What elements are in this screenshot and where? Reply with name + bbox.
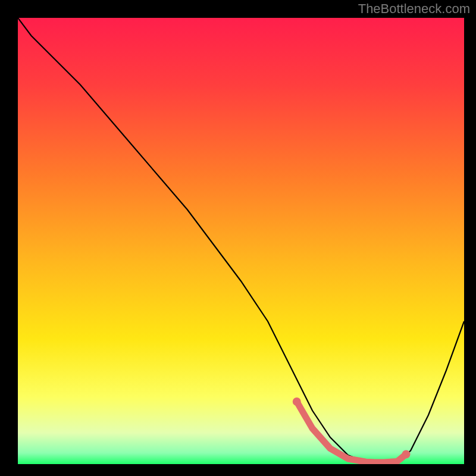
watermark-text: TheBottleneck.com [358,1,470,17]
chart-container: TheBottleneck.com [0,0,476,476]
optimal-range-endpoint [293,397,301,406]
plot-area [18,18,464,464]
chart-svg [18,18,464,464]
optimal-range-endpoint [402,450,411,459]
gradient-background [18,18,464,464]
